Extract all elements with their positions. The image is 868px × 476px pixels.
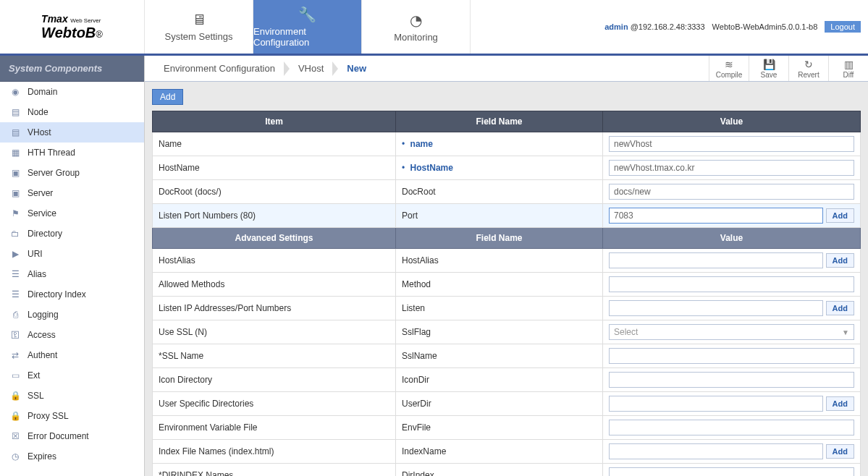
sidebar-item-ext[interactable]: ▭Ext [0,365,144,386]
sidebar-item-hth-thread[interactable]: ▦HTH Thread [0,143,144,163]
add-button[interactable]: Add [152,89,183,105]
input-userdir[interactable] [609,396,823,412]
input-hostalias[interactable] [609,252,823,268]
nav-tab-environment-configuration[interactable]: 🔧Environment Configuration [253,0,362,54]
content-scroll[interactable]: Add Item Field Name Value Name• nameHost… [145,82,868,476]
sidebar-item-proxy-ssl[interactable]: 🔒Proxy SSL [0,406,144,426]
tool-label: Revert [798,71,819,79]
sidebar-item-alias[interactable]: ☰Alias [0,264,144,284]
value-cell [603,273,861,297]
logout-button[interactable]: Logout [825,21,861,33]
value-cell: Add [603,440,861,464]
table-row: *DIRINDEX NamesDirIndex [153,464,861,477]
sidebar-item-expires[interactable]: ◷Expires [0,446,144,467]
sidebar-item-label: Domain [28,87,57,97]
breadcrumb-item[interactable]: New [338,56,381,81]
revert-button[interactable]: ↻Revert [788,56,828,81]
sidebar-icon: ☒ [10,431,20,441]
add-userdir-button[interactable]: Add [826,396,854,411]
save-button[interactable]: 💾Save [749,56,788,81]
nav-tab-system-settings[interactable]: 🖥System Settings [145,0,253,54]
th-adv: Advanced Settings [153,228,396,249]
value-cell [603,132,861,156]
diff-button[interactable]: ▥Diff [828,56,868,81]
sidebar-item-authent[interactable]: ⇄Authent [0,345,144,365]
select-sslflag[interactable]: Select▼ [609,324,854,340]
item-cell: Use SSL (N) [153,320,396,344]
sidebar-icon: 🗀 [10,229,20,239]
sidebar-icon: ▤ [10,127,20,137]
add-listen-button[interactable]: Add [826,301,854,315]
sidebar-item-label: Proxy SSL [28,411,69,421]
user-link[interactable]: admin [604,22,628,31]
breadcrumb-item[interactable]: Environment Configuration [155,56,290,81]
version-text: WebtoB-WebAdmin5.0.0.1-b8 [712,22,818,31]
item-cell: HostAlias [153,249,396,273]
breadcrumb-item[interactable]: VHost [290,56,338,81]
add-hostalias-button[interactable]: Add [826,253,854,268]
input-name[interactable] [609,136,854,152]
nav-tab-monitoring[interactable]: ◔Monitoring [362,0,471,54]
input-envfile[interactable] [609,420,854,435]
input-hostname[interactable] [609,160,854,176]
sidebar-item-label: Node [28,107,49,117]
table-row: Use SSL (N)SslFlagSelect▼ [153,320,861,344]
bullet-icon: • [402,163,405,173]
compile-button[interactable]: ≋Compile [709,56,749,81]
sidebar-item-uri[interactable]: ▶URI [0,244,144,264]
th-item: Item [153,111,396,132]
sidebar-item-label: Expires [28,451,56,462]
sidebar-item-service[interactable]: ⚑Service [0,203,144,224]
sidebar-icon: ⚑ [10,208,20,218]
input-dirindex[interactable] [609,467,854,476]
sidebar-item-server[interactable]: ▣Server [0,183,144,203]
input-sslname[interactable] [609,348,854,364]
field-cell: UserDir [396,392,603,416]
field-cell: DocRoot [396,180,603,204]
brand-tmax: Tmax [41,13,68,25]
item-cell: Index File Names (index.html) [153,440,396,464]
sidebar-item-logging[interactable]: ⎙Logging [0,305,144,325]
sidebar-item-domain[interactable]: ◉Domain [0,82,144,102]
sidebar: System Components ◉Domain▤Node▤VHost▦HTH… [0,56,145,476]
add-port-button[interactable]: Add [826,208,854,223]
header-right: admin @192.168.2.48:3333 WebtoB-WebAdmin… [604,0,868,54]
sidebar-item-ssl[interactable]: 🔒SSL [0,386,144,406]
value-cell: Add [603,249,861,273]
sidebar-item-server-group[interactable]: ▣Server Group [0,163,144,183]
input-port[interactable] [609,208,823,224]
th-field: Field Name [396,111,603,132]
input-method[interactable] [609,276,854,292]
value-cell: Add [603,297,861,320]
sidebar-item-directory[interactable]: 🗀Directory [0,224,144,244]
input-listen[interactable] [609,300,823,316]
sidebar-item-access[interactable]: ⚿Access [0,325,144,345]
sidebar-icon: ▤ [10,107,20,117]
input-indexname[interactable] [609,443,823,459]
brand-ws: Web Server [70,17,101,24]
field-cell: IconDir [396,368,603,392]
compile-icon: ≋ [725,59,733,70]
sidebar-icon: 🔒 [10,391,20,401]
sidebar-item-vhost[interactable]: ▤VHost [0,122,144,143]
add-indexname-button[interactable]: Add [826,444,854,459]
sidebar-item-node[interactable]: ▤Node [0,102,144,122]
sidebar-item-label: URI [28,249,43,259]
sidebar-item-label: HTH Thread [28,148,75,158]
breadcrumb: Environment ConfigurationVHostNew [145,56,709,81]
sidebar-icon: ⇄ [10,350,20,360]
value-cell: Add [603,392,861,416]
sidebar-item-error-document[interactable]: ☒Error Document [0,426,144,446]
sidebar-item-label: Access [28,330,56,340]
table-row: Environment Variable FileEnvFile [153,416,861,440]
item-cell: Allowed Methods [153,273,396,297]
field-cell: Port [396,204,603,228]
sidebar-item-directory-index[interactable]: ☰Directory Index [0,284,144,305]
table-row: Listen Port Numbers (80)PortAdd [153,204,861,228]
item-cell: HostName [153,156,396,180]
input-docroot[interactable] [609,184,854,200]
sidebar-item-label: Authent [28,350,57,360]
input-icondir[interactable] [609,372,854,388]
field-cell: HostAlias [396,249,603,273]
main: Environment ConfigurationVHostNew ≋Compi… [145,56,868,476]
